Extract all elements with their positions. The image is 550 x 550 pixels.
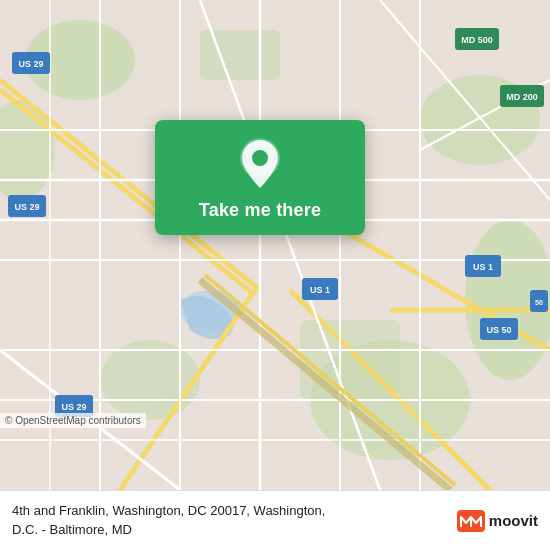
svg-point-54 [252, 150, 268, 166]
moovit-text: moovit [489, 512, 538, 529]
svg-point-7 [100, 340, 200, 420]
svg-text:50: 50 [535, 299, 543, 306]
moovit-logo: moovit [457, 510, 538, 532]
map-attribution: © OpenStreetMap contributors [0, 413, 146, 428]
map-pin-icon [238, 138, 282, 190]
svg-text:US 29: US 29 [14, 202, 39, 212]
svg-text:US 1: US 1 [310, 285, 330, 295]
svg-text:US 1: US 1 [473, 262, 493, 272]
map-container: US 29 US 29 US 29 MD 500 MD 200 US 1 US … [0, 0, 550, 490]
take-me-there-button[interactable]: Take me there [155, 120, 365, 235]
moovit-m-icon [457, 510, 485, 532]
svg-text:MD 500: MD 500 [461, 35, 493, 45]
info-bar: 4th and Franklin, Washington, DC 20017, … [0, 490, 550, 550]
svg-text:US 29: US 29 [18, 59, 43, 69]
svg-text:MD 200: MD 200 [506, 92, 538, 102]
svg-text:US 29: US 29 [61, 402, 86, 412]
svg-rect-3 [200, 30, 280, 80]
take-me-there-label: Take me there [199, 200, 321, 221]
address-line: 4th and Franklin, Washington, DC 20017, … [12, 502, 325, 538]
address-block: 4th and Franklin, Washington, DC 20017, … [12, 502, 325, 538]
svg-text:US 50: US 50 [486, 325, 511, 335]
address-line2: D.C. - Baltimore, MD [12, 522, 132, 537]
address-line1: 4th and Franklin, Washington, DC 20017, … [12, 503, 325, 518]
